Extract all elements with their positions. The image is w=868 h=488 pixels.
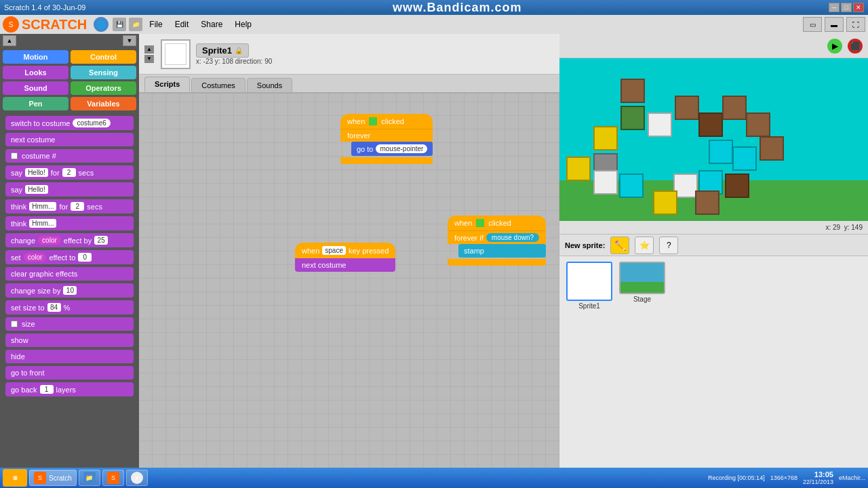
block-go-back[interactable]: go back 1 layers (5, 382, 134, 396)
taskbar-file-manager[interactable]: 📁 (79, 470, 100, 486)
main-layout: ▲ ▼ Motion Control Looks Sensing Sound O… (0, 34, 868, 488)
category-variables[interactable]: Variables (71, 97, 136, 110)
mc-block (593, 170, 618, 195)
nav-arrow-down[interactable]: ▼ (144, 55, 154, 63)
category-sensing[interactable]: Sensing (71, 66, 136, 79)
stage-thumb (619, 262, 665, 294)
clock-time: 13:05 (803, 470, 833, 479)
stage-header: ▶ ⬛ (559, 34, 868, 58)
category-looks[interactable]: Looks (3, 66, 68, 79)
stage-coords: x: 29 y: 149 (559, 221, 868, 235)
mc-block (725, 174, 749, 198)
category-operators[interactable]: Operators (71, 81, 136, 95)
resolution-status: 1366×768 (770, 474, 797, 481)
script-next-costume[interactable]: next costume (295, 258, 395, 272)
scroll-down-arrow[interactable]: ▼ (123, 35, 136, 46)
block-set-color[interactable]: set color effect to 0 (5, 250, 134, 264)
menu-share[interactable]: Share (195, 18, 228, 30)
nav-arrow-up[interactable]: ▲ (144, 45, 154, 54)
small-stage-btn[interactable]: ▭ (803, 17, 822, 32)
script-group-3: when clicked forever if mouse down? stam… (448, 216, 546, 266)
titlebar-left: Scratch 1.4 of 30-Jun-09 (4, 3, 85, 12)
large-stage-btn[interactable]: ▬ (825, 17, 844, 32)
maximize-button[interactable]: □ (841, 3, 852, 12)
script-when-clicked-2[interactable]: when clicked (448, 216, 546, 230)
stage-view[interactable] (559, 58, 868, 221)
taskbar-chrome[interactable]: ● (126, 470, 148, 486)
category-control[interactable]: Control (71, 50, 136, 64)
script-when-clicked-1[interactable]: when clicked (340, 114, 433, 129)
fullscreen-btn[interactable]: ⛶ (846, 17, 865, 32)
tab-scripts[interactable]: Scripts (144, 77, 190, 92)
block-think-hmm[interactable]: think Hmm... (5, 216, 134, 230)
stop-button[interactable]: ⬛ (848, 39, 863, 54)
paint-sprite-button[interactable]: ✏️ (610, 237, 629, 254)
sprite-info: Sprite1 🔒 x: -23 y: 108 direction: 90 (196, 43, 272, 65)
menu-edit[interactable]: Edit (170, 18, 195, 30)
recording-status: Recording [00:05:14] (708, 474, 765, 481)
taskbar-scratch[interactable]: S Scratch (29, 470, 77, 486)
mc-block (593, 126, 618, 150)
block-costume-num[interactable]: costume # (5, 149, 134, 163)
sprite-name-badge: Sprite1 🔒 (196, 43, 249, 58)
question-sprite-button[interactable]: ? (659, 237, 678, 254)
mc-block (675, 96, 699, 120)
taskbar-scratch2[interactable]: S (102, 470, 124, 486)
star-sprite-button[interactable]: ⭐ (635, 237, 654, 254)
tab-costumes[interactable]: Costumes (191, 78, 245, 92)
sprite-items: Sprite1 Stage (565, 262, 863, 310)
block-think-hmm-secs[interactable]: think Hmm... for 2 secs (5, 199, 134, 214)
block-switch-costume[interactable]: switch to costume costume6 (5, 116, 134, 130)
block-change-size[interactable]: change size by 10 (5, 283, 134, 298)
menu-help[interactable]: Help (229, 18, 257, 30)
center-panel: ▲ ▼ Sprite1 🔒 x: -23 y: 108 direction: 9… (139, 34, 559, 488)
green-flag-button[interactable]: ▶ (827, 39, 842, 54)
scratch-taskbar-icon: S (34, 472, 46, 484)
stage-ground-mini (620, 282, 664, 293)
logo-text: SCRATCH (22, 17, 87, 33)
menu-file[interactable]: File (144, 18, 167, 30)
stage-label: Stage (633, 296, 651, 303)
block-set-size[interactable]: set size to 84 % (5, 300, 134, 314)
script-forever-1[interactable]: forever (340, 129, 433, 142)
script-canvas[interactable]: when clicked forever go to mouse-pointer… (139, 94, 559, 488)
sprite-library: Sprite1 Stage (559, 256, 868, 488)
sprite-item-sprite1[interactable]: Sprite1 (565, 262, 614, 310)
block-change-color[interactable]: change color effect by 25 (5, 233, 134, 247)
script-when-space[interactable]: when space key pressed (295, 243, 395, 258)
category-motion[interactable]: Motion (3, 50, 68, 64)
save-icon[interactable]: 💾 (113, 18, 126, 31)
titlebar: Scratch 1.4 of 30-Jun-09 www.Bandicam.co… (0, 0, 868, 15)
new-sprite-label: New sprite: (565, 241, 605, 249)
script-stamp[interactable]: stamp (458, 244, 546, 258)
block-size[interactable]: size (5, 317, 134, 331)
minimize-button[interactable]: ─ (829, 3, 840, 12)
script-go-to[interactable]: go to mouse-pointer (351, 142, 433, 156)
category-pen[interactable]: Pen (3, 97, 68, 110)
blocks-panel: ▲ ▼ Motion Control Looks Sensing Sound O… (0, 34, 139, 488)
block-say-hello-secs[interactable]: say Hello! for 2 secs (5, 165, 134, 180)
block-go-front[interactable]: go to front (5, 366, 134, 380)
close-button[interactable]: ✕ (853, 3, 864, 12)
folder-icon[interactable]: 📁 (129, 18, 142, 31)
right-panel: ▶ ⬛ (559, 34, 868, 488)
block-clear-effects[interactable]: clear graphic effects (5, 267, 134, 281)
block-show[interactable]: show (5, 333, 134, 347)
watermark: www.Bandicam.com (393, 1, 521, 15)
sprite-item-stage[interactable]: Stage (618, 262, 667, 310)
start-button[interactable]: ⊞ (3, 469, 27, 487)
script-forever-if[interactable]: forever if mouse down? (448, 230, 546, 244)
stage-coord-y: y: 149 (844, 224, 863, 231)
tab-sounds[interactable]: Sounds (247, 78, 292, 92)
taskbar-emachine: eMachir... (839, 474, 865, 481)
lock-icon: 🔒 (235, 47, 243, 54)
globe-icon[interactable]: 🌐 (94, 17, 108, 32)
block-say-hello[interactable]: say Hello! (5, 182, 134, 197)
category-sound[interactable]: Sound (3, 81, 68, 95)
scroll-up-arrow[interactable]: ▲ (3, 35, 16, 46)
taskbar-scratch-label: Scratch (49, 474, 72, 482)
sprite-preview (161, 39, 191, 69)
block-hide[interactable]: hide (5, 350, 134, 363)
menubar: S SCRATCH 🌐 💾 📁 File Edit Share Help ▭ ▬… (0, 15, 868, 34)
block-next-costume[interactable]: next costume (5, 133, 134, 146)
